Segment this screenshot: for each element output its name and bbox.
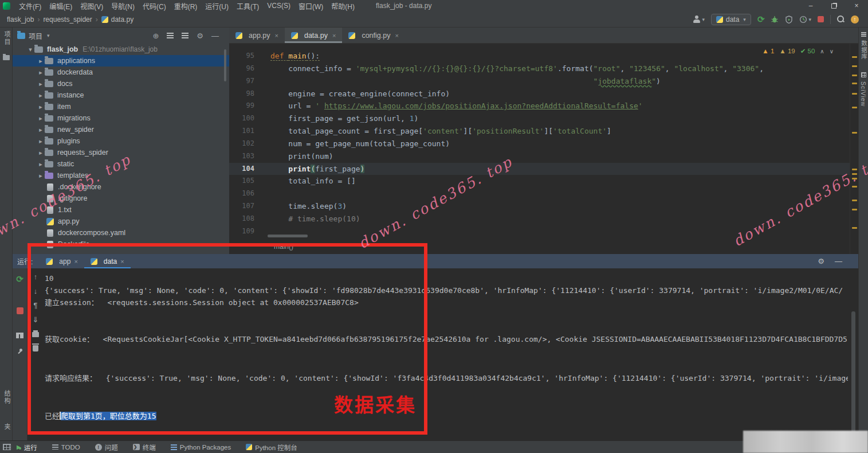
code-editor[interactable]: 95def main():96 connect_info = 'mysql+py… bbox=[229, 44, 850, 254]
tree-row-1.txt[interactable]: 1.txt bbox=[13, 204, 229, 216]
soft-wrap-icon[interactable]: ¶ bbox=[34, 302, 38, 310]
horizontal-scrollbar[interactable] bbox=[268, 235, 308, 237]
tree-chevron-icon[interactable]: ▸ bbox=[37, 69, 45, 76]
tree-chevron-icon[interactable]: ▸ bbox=[37, 126, 45, 134]
tree-chevron-icon[interactable]: ▸ bbox=[37, 103, 45, 111]
run-tab-app[interactable]: app× bbox=[40, 254, 84, 268]
tree-row-dockerdata[interactable]: ▸dockerdata bbox=[13, 67, 229, 78]
breadcrumb-item-0[interactable]: flask_job bbox=[6, 15, 35, 24]
tree-row-dockercompose.yaml[interactable]: dockercompose.yaml bbox=[13, 227, 229, 239]
editor-tab-config.py[interactable]: config.py× bbox=[342, 28, 404, 43]
hide-window-button[interactable]: — bbox=[835, 257, 842, 265]
close-button[interactable]: × bbox=[845, 0, 868, 11]
statusbar-item-TODO[interactable]: TODO bbox=[52, 444, 80, 451]
search-everywhere-button[interactable] bbox=[837, 15, 845, 23]
coverage-button[interactable] bbox=[785, 15, 793, 24]
tree-row-plugins[interactable]: ▸plugins bbox=[13, 135, 229, 147]
menu-item-0[interactable]: 文件(F) bbox=[15, 0, 45, 11]
scroll-to-end-icon[interactable]: ⇓ bbox=[33, 316, 39, 324]
close-tab-icon[interactable]: × bbox=[275, 32, 278, 39]
breadcrumb-item-2[interactable]: data.py bbox=[100, 15, 135, 24]
statusbar-item-运行[interactable]: ▶运行 bbox=[17, 443, 37, 452]
tree-row-static[interactable]: ▸static bbox=[13, 158, 229, 170]
rerun-button[interactable]: ⟳ bbox=[757, 15, 765, 24]
breadcrumb-item-1[interactable]: requests_spider bbox=[42, 15, 93, 24]
close-tab-icon[interactable]: × bbox=[74, 258, 77, 265]
tree-scrollbar[interactable] bbox=[224, 49, 226, 81]
menu-item-4[interactable]: 代码(C) bbox=[139, 0, 170, 11]
stop-button[interactable] bbox=[818, 16, 824, 22]
next-problem-button[interactable]: ∨ bbox=[830, 48, 834, 54]
statusbar-item-Python Packages[interactable]: Python Packages bbox=[171, 444, 231, 451]
run-config-selector[interactable]: data ▾ bbox=[711, 14, 751, 25]
tree-row-migrations[interactable]: ▸migrations bbox=[13, 112, 229, 124]
tree-row-.dockerignore[interactable]: .dockerignore bbox=[13, 181, 229, 193]
settings-gear-icon[interactable]: ⚙ bbox=[197, 32, 203, 40]
tree-row-requests_spider[interactable]: ▸requests_spider bbox=[13, 147, 229, 158]
update-notification-button[interactable]: ↑ bbox=[851, 15, 859, 24]
tree-chevron-icon[interactable]: ▸ bbox=[37, 57, 45, 65]
editor-breadcrumb-function[interactable]: main() bbox=[274, 243, 293, 251]
error-stripe[interactable] bbox=[850, 44, 858, 254]
rerun-button[interactable]: ⟳ bbox=[16, 274, 23, 284]
collapse-all-button[interactable] bbox=[182, 33, 188, 38]
scroll-down-icon[interactable]: ↓ bbox=[34, 287, 38, 295]
statusbar-item-终端[interactable]: ❯终端 bbox=[133, 443, 156, 452]
tree-row-templates[interactable]: ▸templates bbox=[13, 170, 229, 181]
menu-item-7[interactable]: 工具(T) bbox=[233, 0, 263, 11]
tool-stripe-project[interactable]: 项目 bbox=[2, 31, 11, 46]
tree-chevron-icon[interactable]: ▸ bbox=[37, 161, 45, 168]
tree-chevron-icon[interactable]: ▾ bbox=[26, 46, 34, 53]
inspection-widget[interactable]: ▲ 1 ▲ 19 ✔ 50 ∧ ∨ bbox=[762, 47, 834, 55]
user-menu-button[interactable]: ▾ bbox=[693, 15, 705, 23]
tree-chevron-icon[interactable]: ▸ bbox=[37, 172, 45, 179]
profiler-button[interactable]: ▾ bbox=[799, 15, 811, 24]
print-icon[interactable] bbox=[32, 332, 39, 337]
tree-chevron-icon[interactable]: ▸ bbox=[37, 92, 45, 99]
tree-row-item[interactable]: ▸item bbox=[13, 101, 229, 112]
statusbar-item-问题[interactable]: !问题 bbox=[95, 443, 118, 452]
tool-stripe-sciview[interactable]: SciView bbox=[860, 81, 867, 107]
clear-console-icon[interactable] bbox=[33, 345, 38, 352]
menu-item-10[interactable]: 帮助(H) bbox=[327, 0, 359, 11]
run-tab-data[interactable]: data× bbox=[84, 254, 131, 268]
prev-problem-button[interactable]: ∧ bbox=[820, 48, 824, 54]
console-output[interactable]: 10{'success': True, 'msg': None, 'code':… bbox=[45, 268, 848, 440]
tree-row-new_spider[interactable]: ▸new_spider bbox=[13, 124, 229, 135]
statusbar-item-Python 控制台[interactable]: Python 控制台 bbox=[246, 443, 297, 452]
menu-item-5[interactable]: 重构(R) bbox=[170, 0, 202, 11]
tool-stripe-structure[interactable]: 结构 bbox=[2, 390, 11, 405]
console-scrollbar[interactable] bbox=[851, 311, 855, 435]
tree-chevron-icon[interactable]: ▸ bbox=[37, 80, 45, 88]
tree-row-app.py[interactable]: app.py bbox=[13, 216, 229, 227]
scroll-up-icon[interactable]: ↑ bbox=[34, 273, 38, 281]
pin-tab-button[interactable] bbox=[17, 349, 23, 356]
tree-chevron-icon[interactable]: ▸ bbox=[37, 149, 45, 157]
menu-item-1[interactable]: 编辑(E) bbox=[45, 0, 76, 11]
locate-file-button[interactable]: ⊕ bbox=[152, 32, 159, 40]
close-tab-icon[interactable]: × bbox=[332, 32, 336, 39]
menu-item-3[interactable]: 导航(N) bbox=[107, 0, 139, 11]
menu-item-9[interactable]: 窗口(W) bbox=[294, 0, 327, 11]
menu-item-8[interactable]: VCS(S) bbox=[263, 0, 294, 11]
settings-gear-icon[interactable]: ⚙ bbox=[818, 257, 824, 265]
maximize-button[interactable] bbox=[822, 0, 845, 11]
tree-row-Dockerfile[interactable]: Dockerfile bbox=[13, 239, 229, 250]
hide-panel-button[interactable]: — bbox=[211, 32, 219, 40]
tree-row-flask_job[interactable]: ▾flask_jobE:\01zhuomian\flask_job bbox=[13, 44, 229, 55]
tool-window-switcher-icon[interactable] bbox=[3, 444, 11, 450]
tree-chevron-icon[interactable]: ▸ bbox=[37, 138, 45, 145]
menu-item-2[interactable]: 视图(V) bbox=[76, 0, 107, 11]
editor-tab-app.py[interactable]: app.py× bbox=[229, 28, 285, 43]
close-tab-icon[interactable]: × bbox=[395, 32, 398, 39]
menu-item-6[interactable]: 运行(U) bbox=[201, 0, 233, 11]
debug-button[interactable] bbox=[771, 15, 779, 24]
tool-stripe-database[interactable]: 数据库 bbox=[860, 40, 868, 60]
tree-row-.gitignore[interactable]: .gitignore bbox=[13, 193, 229, 204]
minimize-button[interactable]: – bbox=[799, 0, 822, 11]
layout-button[interactable] bbox=[16, 333, 23, 338]
editor-tab-data.py[interactable]: data.py× bbox=[285, 28, 342, 43]
expand-all-button[interactable] bbox=[167, 33, 174, 38]
tree-chevron-icon[interactable]: ▸ bbox=[37, 115, 45, 122]
tree-row-applications[interactable]: ▸applications bbox=[13, 55, 229, 67]
